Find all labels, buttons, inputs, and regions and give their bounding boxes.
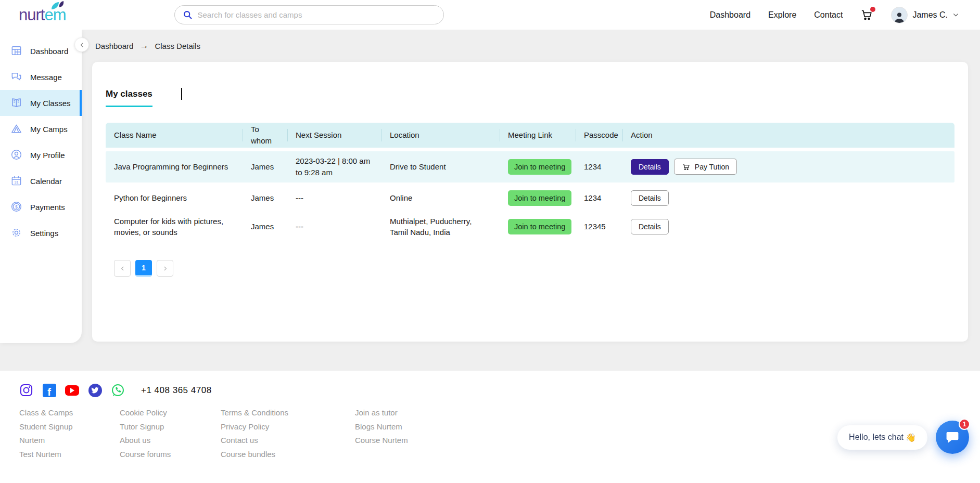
footer-link-test-nurtem[interactable]: Test Nurtem [19, 450, 120, 459]
avatar [891, 7, 908, 23]
pagination-page-1[interactable]: 1 [135, 260, 152, 277]
footer-link-course-bundles[interactable]: Course bundles [221, 450, 355, 459]
footer-link-terms-conditions[interactable]: Terms & Conditions [221, 409, 355, 417]
pagination-prev-button[interactable] [114, 260, 131, 277]
sidebar-item-label: Settings [30, 229, 58, 238]
cell-meeting-link: Join to meeting [500, 190, 576, 206]
pagination-next-button[interactable] [157, 260, 173, 277]
cart-button[interactable] [860, 8, 873, 21]
youtube-icon[interactable] [65, 383, 79, 397]
details-button[interactable]: Details [631, 219, 669, 234]
sidebar-item-message[interactable]: Message [0, 64, 82, 90]
cell-class-name: Python for Beginners [106, 192, 243, 204]
classes-table: Class NameTo whomNext SessionLocationMee… [106, 123, 954, 242]
cell-action: DetailsPay Tution [622, 159, 954, 175]
sidebar-item-my-classes[interactable]: My Classes [0, 90, 82, 116]
twitter-icon[interactable] [88, 383, 102, 397]
my-classes-card: My classes Class NameTo whomNext Session… [92, 62, 968, 342]
user-name: James C. [912, 10, 948, 20]
footer-link-class-camps[interactable]: Class & Camps [19, 409, 120, 417]
join-to-meeting-button[interactable]: Join to meeting [508, 190, 571, 206]
cell-to-whom: James [243, 161, 287, 173]
sidebar-item-label: My Classes [30, 99, 71, 108]
book-icon [10, 97, 23, 109]
cell-passcode: 1234 [576, 192, 622, 204]
cell-to-whom: James [243, 192, 287, 204]
footer-link-about-us[interactable]: About us [120, 436, 221, 445]
table-header-row: Class NameTo whomNext SessionLocationMee… [106, 123, 954, 148]
pagination: 1 [114, 260, 954, 277]
action-button-label: Pay Tution [695, 163, 729, 171]
pay-tution-button[interactable]: Pay Tution [674, 159, 737, 175]
join-to-meeting-button[interactable]: Join to meeting [508, 159, 571, 175]
sidebar-item-label: My Camps [30, 125, 68, 134]
breadcrumb: Dashboard → Class Details [82, 30, 980, 62]
sidebar-item-my-camps[interactable]: My Camps [0, 116, 82, 142]
sidebar-collapse-button[interactable] [74, 37, 89, 52]
sidebar-item-settings[interactable]: Settings [0, 220, 82, 246]
nav-link-explore[interactable]: Explore [768, 10, 796, 20]
sidebar-item-my-profile[interactable]: My Profile [0, 142, 82, 168]
nurtem-logo[interactable]: nurtem [19, 7, 66, 23]
sidebar-item-label: Calendar [30, 177, 62, 186]
chat-greeting-text: Hello, lets chat [849, 433, 903, 442]
nav-link-dashboard[interactable]: Dashboard [710, 10, 750, 20]
column-header-to-whom: To whom [243, 123, 287, 148]
breadcrumb-arrow-icon: → [139, 41, 148, 51]
breadcrumb-class-details: Class Details [155, 42, 200, 50]
content-shell: DashboardMessageMy ClassesMy CampsMy Pro… [0, 30, 980, 371]
footer-link-cookie-policy[interactable]: Cookie Policy [120, 409, 221, 417]
sidebar-item-label: Message [30, 73, 62, 82]
cell-meeting-link: Join to meeting [500, 159, 576, 175]
user-menu[interactable]: James C. [891, 7, 959, 23]
action-button-label: Details [639, 223, 661, 231]
sidebar: DashboardMessageMy ClassesMy CampsMy Pro… [0, 30, 82, 343]
footer-link-privacy-policy[interactable]: Privacy Policy [221, 423, 355, 432]
chevron-down-icon [952, 11, 959, 18]
chat-bubble-icon [945, 429, 960, 445]
sidebar-item-label: Payments [30, 203, 65, 212]
cell-action: Details [622, 190, 954, 206]
instagram-icon[interactable] [19, 383, 33, 397]
phone-number: +1 408 365 4708 [141, 385, 212, 396]
chat-button[interactable]: 1 [936, 421, 969, 454]
sidebar-item-calendar[interactable]: 31Calendar [0, 168, 82, 194]
social-icons: f+1 408 365 4708 [19, 383, 980, 397]
search-bar[interactable] [174, 5, 444, 24]
footer-link-student-signup[interactable]: Student Signup [19, 423, 120, 432]
footer-link-contact-us[interactable]: Contact us [221, 436, 355, 445]
sidebar-item-payments[interactable]: $Payments [0, 194, 82, 220]
footer-link-join-as-tutor[interactable]: Join as tutor [355, 409, 980, 417]
table-row: Computer for kids with pictures, movies,… [106, 212, 954, 243]
footer-link-nurtem[interactable]: Nurtem [19, 436, 120, 445]
chat-widget: Hello, lets chat 👋 1 [837, 421, 969, 454]
cell-location: Drive to Student [381, 161, 500, 173]
search-input[interactable] [198, 10, 436, 19]
message-icon [10, 71, 23, 83]
top-nav: DashboardExploreContact James C. [710, 7, 959, 23]
footer-link-column-3: Terms & ConditionsPrivacy PolicyContact … [221, 409, 355, 464]
breadcrumb-dashboard[interactable]: Dashboard [95, 42, 133, 50]
footer-link-tutor-signup[interactable]: Tutor Signup [120, 423, 221, 432]
details-button[interactable]: Details [631, 190, 669, 206]
details-button[interactable]: Details [631, 159, 669, 175]
cell-location: Online [381, 192, 500, 204]
table-row: Java Programming for BeginnersJames2023-… [106, 151, 954, 182]
whatsapp-icon[interactable] [111, 383, 125, 397]
cell-action: Details [622, 219, 954, 234]
tab-my-classes[interactable]: My classes [106, 89, 152, 107]
profile-icon [10, 149, 23, 161]
column-header-meeting-link: Meeting Link [500, 123, 576, 148]
column-header-class-name: Class Name [106, 123, 243, 148]
logo-leaf-icon [50, 1, 66, 11]
join-to-meeting-button[interactable]: Join to meeting [508, 219, 571, 234]
facebook-icon[interactable]: f [42, 383, 56, 397]
nav-link-contact[interactable]: Contact [814, 10, 843, 20]
text-cursor [181, 88, 182, 100]
cell-passcode: 12345 [576, 221, 622, 232]
cell-location: Muthialpet, Puducherry, Tamil Nadu, Indi… [381, 216, 500, 239]
sidebar-item-dashboard[interactable]: Dashboard [0, 38, 82, 64]
chat-greeting-bubble[interactable]: Hello, lets chat 👋 [837, 425, 927, 450]
footer-link-course-forums[interactable]: Course forums [120, 450, 221, 459]
cell-class-name: Java Programming for Beginners [106, 161, 243, 173]
